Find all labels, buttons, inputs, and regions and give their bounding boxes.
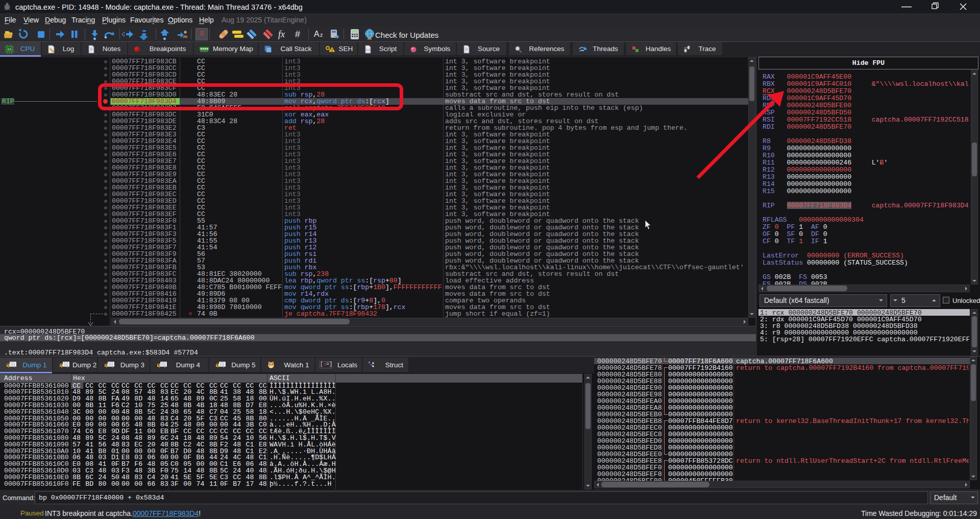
svg-text:64: 64	[8, 48, 12, 51]
svg-text:#: #	[295, 29, 300, 39]
svg-text:fx: fx	[278, 29, 285, 39]
svg-text:!: !	[331, 48, 333, 53]
svg-text:<>: <>	[365, 48, 371, 52]
svg-text:A: A	[314, 30, 320, 38]
svg-text:z: z	[320, 32, 323, 38]
